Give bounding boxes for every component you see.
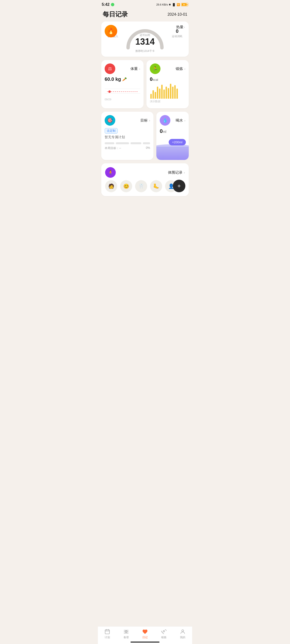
network-speed: 29.6 KB/s — [156, 3, 168, 6]
water-title: 喝水 — [176, 118, 183, 123]
scale-icon: ⚖ — [108, 66, 112, 72]
body-title: 体围记录 — [168, 170, 183, 175]
exercise-value: 0 — [150, 76, 153, 82]
body-part-icon-3: 🦷 — [135, 180, 147, 192]
bar-13 — [176, 88, 178, 99]
run-icon: 🏃 — [153, 66, 158, 72]
status-time: 5:42 — [102, 2, 109, 7]
bar-5 — [159, 88, 161, 99]
water-value: 0 — [160, 128, 163, 134]
goal-empty-text: 暂无专属计划 — [105, 135, 150, 140]
water-chevron-icon: › — [184, 119, 185, 122]
exercise-title: 锻炼 — [176, 66, 183, 71]
page-header: 每日记录 2024-10-01 — [98, 8, 192, 22]
exercise-chevron-icon: › — [184, 67, 185, 71]
goal-chevron-icon: › — [149, 119, 150, 122]
wifi-icon: 🛜 — [177, 3, 180, 6]
water-unit: ml — [163, 130, 166, 134]
water-icon: 💧 — [160, 115, 170, 126]
exercise-icon: 🏃 — [150, 64, 161, 74]
bar-4 — [157, 86, 158, 99]
goal-title: 目标 — [140, 118, 148, 123]
weight-chevron-icon: › — [139, 67, 140, 71]
exercise-consume-label: 运动消耗 — [172, 34, 183, 38]
status-icons: 29.6 KB/s ✱ ▐▌ 🛜 54 — [156, 3, 188, 6]
goal-card[interactable]: 🎯 目标 › 去定制 暂无专属计划 本周目标：-- 0% — [101, 112, 154, 160]
weight-title: 体重 — [130, 66, 138, 71]
water-card[interactable]: 💧 喝水 › 0ml +200ml — [156, 112, 189, 160]
bar-10 — [170, 84, 171, 99]
can-eat-value: 1314 — [135, 37, 155, 46]
status-bar: 5:42 29.6 KB/s ✱ ▐▌ 🛜 54 — [98, 0, 192, 8]
drop-icon: 💧 — [162, 118, 168, 123]
body-icon: 🧍 — [105, 167, 116, 178]
customize-badge[interactable]: 去定制 — [105, 128, 118, 134]
battery-icon: 54 — [181, 3, 188, 6]
page-title: 每日记录 — [103, 10, 128, 18]
fab-button[interactable]: + — [173, 180, 185, 192]
bar-11 — [172, 86, 174, 99]
add-water-button[interactable]: +200ml — [169, 139, 186, 146]
week-goal-label: 本周目标：-- — [105, 146, 121, 150]
bar-9 — [168, 88, 169, 99]
bar-7 — [163, 90, 165, 99]
water-wave — [156, 147, 189, 160]
exercise-card[interactable]: 🏃 锻炼 › 0kcal — [147, 60, 189, 108]
signal-icon: ▐▌ — [172, 3, 176, 6]
bluetooth-icon: ✱ — [169, 3, 171, 6]
body-part-icon-4: 🦶 — [150, 180, 162, 192]
exercise-consume-value: 0 — [172, 28, 183, 34]
bar-6 — [161, 85, 163, 99]
weight-date: 09/29 — [105, 98, 111, 101]
weight-icon: ⚖ — [105, 64, 115, 74]
can-eat-label: 还可以吃 — [135, 33, 155, 37]
carrot-icon: 🥕 — [122, 77, 127, 82]
calorie-gauge: 还可以吃 1314 推荐吃1314千卡 — [123, 26, 167, 53]
header-date: 2024-10-01 — [168, 12, 187, 17]
bar-2 — [153, 90, 154, 99]
bar-8 — [166, 86, 167, 99]
body-part-icon-2: 😊 — [120, 180, 132, 192]
body-chevron-icon: › — [184, 171, 185, 174]
weight-card[interactable]: ⚖ 体重 › 60.0 kg 🥕 — [101, 60, 143, 108]
calorie-card[interactable]: 🔥 热量 › 0 饮食摄入 还可以吃 1314 — [101, 22, 189, 57]
body-card[interactable]: 🧍 体围记录 › 🧑 😊 🦷 🦶 👤 + — [101, 163, 189, 196]
svg-point-3 — [108, 90, 111, 93]
demo-label: 演示数据 — [150, 100, 185, 103]
goal-footer: 本周目标：-- 0% — [105, 146, 150, 150]
fire-icon: 🔥 — [105, 25, 117, 38]
bar-1 — [150, 94, 152, 99]
weight-value: 60.0 kg — [105, 76, 121, 82]
exercise-consume-stat: 0 运动消耗 — [172, 28, 183, 38]
bar-12 — [174, 85, 176, 99]
target-icon: 🎯 — [107, 118, 113, 123]
person-icon: 🧍 — [108, 170, 113, 175]
goal-progress: 0% — [146, 146, 150, 150]
bar-3 — [155, 92, 156, 99]
goal-placeholder-bars — [105, 142, 150, 144]
body-part-icon-1: 🧑 — [105, 180, 117, 192]
goal-water-row: 🎯 目标 › 去定制 暂无专属计划 本周目标：-- 0% — [101, 112, 189, 160]
signal-dot-icon — [111, 3, 114, 6]
goal-icon: 🎯 — [105, 115, 115, 126]
calorie-chevron-icon: › — [184, 25, 185, 29]
exercise-unit: kcal — [153, 78, 158, 82]
weight-exercise-row: ⚖ 体重 › 60.0 kg 🥕 — [101, 60, 189, 108]
